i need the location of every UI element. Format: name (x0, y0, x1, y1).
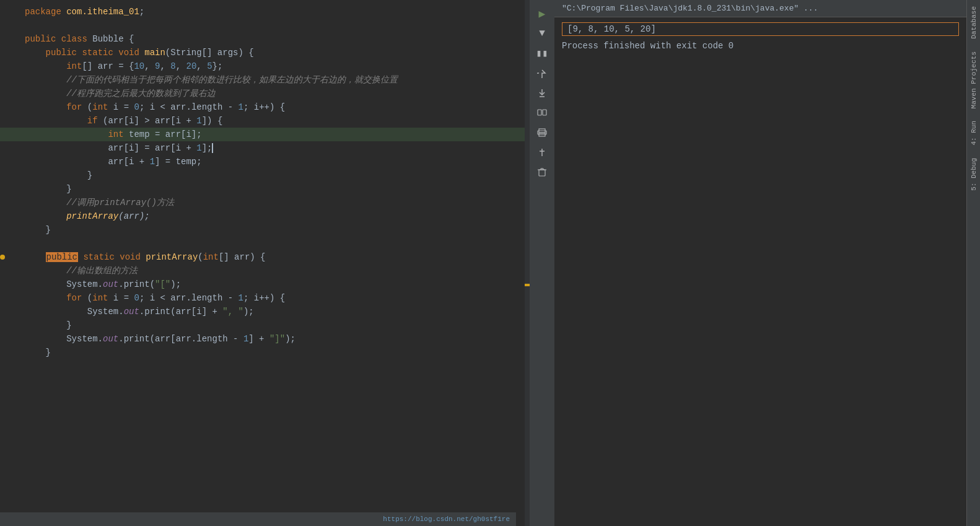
print-icon (537, 128, 547, 138)
code-line-21: System.out.print("["); (0, 278, 530, 291)
frames-button[interactable] (533, 104, 551, 121)
code-line-3: public class Bubble { (0, 32, 530, 46)
scroll-marker (525, 284, 530, 286)
line-content: for (int i = 0; i < arr.length - 1; i++)… (25, 291, 525, 305)
code-line-8: for (int i = 0; i < arr.length - 1; i++)… (0, 100, 530, 114)
line-content: arr[i + 1] = temp; (25, 155, 525, 169)
frames-icon (537, 108, 547, 118)
code-line-24: } (0, 318, 530, 332)
code-line-12: arr[i + 1] = temp; (0, 155, 530, 169)
line-content: //输出数组的方法 (25, 264, 525, 278)
line-content: //下面的代码相当于把每两个相邻的数进行比较，如果左边的大于右边的，就交换位置 (25, 73, 525, 87)
code-line-20: //输出数组的方法 (0, 264, 530, 278)
code-line-2 (0, 19, 530, 32)
pin-icon (537, 147, 547, 157)
scrollbar-gutter[interactable] (525, 0, 530, 526)
code-line-7: //程序跑完之后最大的数就到了最右边 (0, 87, 530, 100)
line-content (25, 237, 525, 250)
line-content: } (25, 223, 525, 237)
line-content: for (int i = 0; i < arr.length - 1; i++)… (25, 100, 525, 114)
tab-database[interactable]: Database (968, 0, 980, 45)
line-content: System.out.print(arr[arr.length - 1] + "… (25, 332, 525, 346)
line-content: public static void printArray(int[] arr)… (25, 250, 525, 264)
csdn-link[interactable]: https://blog.csdn.net/gh0stf1re (383, 515, 510, 523)
line-content: //调用printArray()方法 (25, 196, 525, 209)
code-line-23: System.out.print(arr[i] + ", "); (0, 305, 530, 318)
output-array: [9, 8, 10, 5, 20] (562, 22, 959, 36)
right-side-tabs: Database Maven Projects 4: Run 5: Debug (966, 0, 980, 526)
code-line-15: //调用printArray()方法 (0, 196, 530, 209)
line-content: arr[i] = arr[i + 1]; (25, 141, 525, 155)
line-content: int temp = arr[i]; (25, 128, 525, 141)
code-line-18 (0, 237, 530, 250)
line-content: System.out.print("["); (25, 278, 525, 291)
run-toolbar: ▶ ▼ ▮▮ (530, 0, 554, 526)
breakpoint-dot (0, 255, 5, 260)
code-line-25: System.out.print(arr[arr.length - 1] + "… (0, 332, 530, 346)
tab-debug[interactable]: 5: Debug (968, 152, 980, 197)
step-over-button[interactable]: ▼ (533, 25, 551, 42)
pause-button[interactable]: ▮▮ (533, 45, 551, 62)
line-content: printArray(arr); (25, 209, 525, 223)
editor-panel: package com.itheima_01; public class Bub… (0, 0, 530, 526)
code-area[interactable]: package com.itheima_01; public class Bub… (0, 0, 530, 364)
line-content: int[] arr = {10, 9, 8, 20, 5}; (25, 59, 525, 73)
code-line-14: } (0, 182, 530, 196)
line-content: package com.itheima_01; (25, 5, 525, 19)
output-exit-message: Process finished with exit code 0 (562, 38, 959, 53)
delete-button[interactable] (533, 164, 551, 181)
output-result: [9, 8, 10, 5, 20] Process finished with … (554, 17, 966, 58)
svg-rect-2 (538, 110, 541, 115)
line-content: } (25, 169, 525, 182)
svg-rect-3 (543, 110, 546, 115)
line-content: public class Bubble { (25, 32, 525, 46)
code-line-1: package com.itheima_01; (0, 5, 530, 19)
output-title: "C:\Program Files\Java\jdk1.8.0_231\bin\… (554, 0, 966, 17)
line-content: if (arr[i] > arr[i + 1]) { (25, 114, 525, 128)
code-line-19: public static void printArray(int[] arr)… (0, 250, 530, 264)
run-button[interactable]: ▶ (533, 5, 551, 22)
svg-rect-9 (539, 170, 545, 176)
step-into-button[interactable] (533, 84, 551, 102)
line-content (25, 19, 525, 32)
line-content: //程序跑完之后最大的数就到了最右边 (25, 87, 525, 100)
code-line-5: int[] arr = {10, 9, 8, 20, 5}; (0, 59, 530, 73)
code-line-13: } (0, 169, 530, 182)
code-line-26: } (0, 346, 530, 359)
line-content: } (25, 318, 525, 332)
output-panel: "C:\Program Files\Java\jdk1.8.0_231\bin\… (554, 0, 966, 526)
line-content: } (25, 346, 525, 359)
step-into-icon (537, 88, 547, 98)
tab-maven[interactable]: Maven Projects (968, 45, 980, 115)
code-line-16: printArray(arr); (0, 209, 530, 223)
code-line-17: } (0, 223, 530, 237)
code-line-9: if (arr[i] > arr[i + 1]) { (0, 114, 530, 128)
status-bar: https://blog.csdn.net/gh0stf1re (0, 512, 516, 526)
rerun-button[interactable] (533, 64, 551, 82)
line-content: public static void main(String[] args) { (25, 46, 525, 59)
rerun-icon (537, 68, 547, 78)
code-line-10: int temp = arr[i]; (0, 128, 530, 141)
print-button[interactable] (533, 124, 551, 141)
pin-button[interactable] (533, 144, 551, 161)
code-line-4: public static void main(String[] args) { (0, 46, 530, 59)
line-content: System.out.print(arr[i] + ", "); (25, 305, 525, 318)
tab-run[interactable]: 4: Run (968, 115, 980, 152)
trash-icon (538, 167, 546, 177)
code-line-11: arr[i] = arr[i + 1]; (0, 141, 530, 155)
code-line-22: for (int i = 0; i < arr.length - 1; i++)… (0, 291, 530, 305)
line-content: } (25, 182, 525, 196)
code-line-6: //下面的代码相当于把每两个相邻的数进行比较，如果左边的大于右边的，就交换位置 (0, 73, 530, 87)
